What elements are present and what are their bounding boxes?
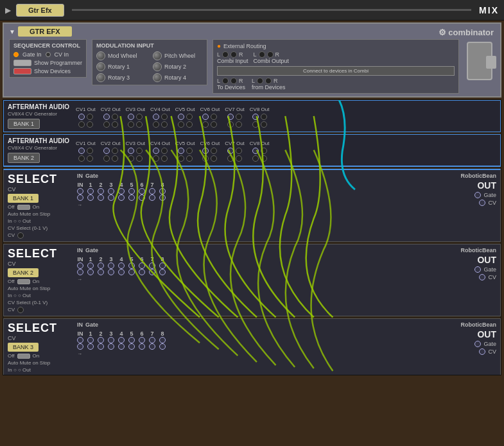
from-dev-r[interactable] <box>265 78 272 84</box>
cvgen2-cv4-port2[interactable] <box>161 148 168 154</box>
cvgen2-cv7-port3[interactable] <box>227 155 234 162</box>
select3-out-cv-port[interactable] <box>479 348 485 355</box>
select3-port4-gate[interactable] <box>118 337 125 343</box>
select3-out-gate-port[interactable] <box>474 341 481 347</box>
select1-port7-cv[interactable] <box>149 194 155 201</box>
cvgen1-cv7-port2[interactable] <box>236 114 242 120</box>
cvgen2-bank[interactable]: BANK 2 <box>8 153 40 163</box>
select2-in-gate[interactable] <box>77 262 83 269</box>
cvgen2-cv5-port3[interactable] <box>178 155 184 162</box>
combi-out-r-port[interactable] <box>267 51 274 58</box>
show-programmer-toggle[interactable] <box>13 60 31 66</box>
select1-port8-cv[interactable] <box>159 194 166 201</box>
select1-out-gate-port[interactable] <box>474 192 481 198</box>
select2-port6-cv[interactable] <box>139 269 145 275</box>
select2-cv-port[interactable] <box>17 307 24 313</box>
cvgen2-cv7-port1[interactable] <box>227 148 234 154</box>
select2-bank[interactable]: BANK 2 <box>8 268 39 277</box>
cvgen2-cv6-port3[interactable] <box>202 155 209 162</box>
from-dev-l[interactable] <box>257 78 263 84</box>
select1-port6-gate[interactable] <box>139 188 145 194</box>
select3-port8-gate[interactable] <box>159 337 166 343</box>
combinator-name[interactable]: GTR EFX <box>18 26 72 37</box>
cvgen2-cv3-port2[interactable] <box>136 148 143 154</box>
select1-in-cv[interactable] <box>77 194 83 201</box>
cvgen2-cv1-port2[interactable] <box>87 148 93 154</box>
to-dev-l[interactable] <box>222 78 229 84</box>
rotary1-knob[interactable] <box>96 62 105 71</box>
select1-toggle[interactable] <box>17 205 30 210</box>
select1-port2-gate[interactable] <box>98 188 104 194</box>
select2-port8-cv[interactable] <box>159 269 166 275</box>
select2-port6-gate[interactable] <box>139 262 145 269</box>
select1-port7-gate[interactable] <box>149 188 155 194</box>
cvgen2-cv5-port1[interactable] <box>178 148 184 154</box>
select1-port5-gate[interactable] <box>128 188 135 194</box>
select2-port2-cv[interactable] <box>98 269 104 275</box>
cvgen1-cv1-port3[interactable] <box>78 121 85 128</box>
select3-port6-gate[interactable] <box>139 337 145 343</box>
select1-in-gate[interactable] <box>77 188 83 194</box>
cvgen1-cv5-port1[interactable] <box>178 114 184 120</box>
cvgen2-cv5-port4[interactable] <box>186 155 193 162</box>
cvgen1-cv2-port1[interactable] <box>103 114 110 120</box>
cvgen1-cv2-port3[interactable] <box>103 121 110 128</box>
combi-in-l-port[interactable] <box>222 51 229 58</box>
select3-port5-cv[interactable] <box>128 343 135 350</box>
combi-in-r-port[interactable] <box>230 51 237 58</box>
select2-port5-gate[interactable] <box>128 262 135 269</box>
select2-port4-gate[interactable] <box>118 262 125 269</box>
cvgen2-cv6-port4[interactable] <box>211 155 217 162</box>
select1-cv-port[interactable] <box>17 232 24 239</box>
cvgen1-cv8-port2[interactable] <box>261 114 267 120</box>
select2-port1-gate[interactable] <box>87 262 94 269</box>
select2-port3-cv[interactable] <box>108 269 114 275</box>
select2-port7-cv[interactable] <box>149 269 155 275</box>
cvgen2-cv1-port1[interactable] <box>78 148 85 154</box>
select1-port3-gate[interactable] <box>108 188 114 194</box>
select1-port1-cv[interactable] <box>87 194 94 201</box>
select1-bank[interactable]: BANK 1 <box>8 194 39 203</box>
cvgen1-cv5-port3[interactable] <box>178 121 184 128</box>
select1-port4-cv[interactable] <box>118 194 125 201</box>
cvgen1-cv1-port4[interactable] <box>87 121 93 128</box>
rotary4-knob[interactable] <box>153 73 162 82</box>
cvgen2-cv4-port1[interactable] <box>153 148 159 154</box>
select2-port4-cv[interactable] <box>118 269 125 275</box>
cvgen1-cv6-port3[interactable] <box>202 121 209 128</box>
cvgen1-cv3-port3[interactable] <box>128 121 134 128</box>
cvgen1-cv1-port2[interactable] <box>87 114 93 120</box>
cvgen1-cv6-port1[interactable] <box>202 114 209 120</box>
select3-port7-gate[interactable] <box>149 337 155 343</box>
cvgen1-cv7-port3[interactable] <box>227 121 234 128</box>
select3-port4-cv[interactable] <box>118 343 125 350</box>
select2-port7-gate[interactable] <box>149 262 155 269</box>
select3-in-gate[interactable] <box>77 337 83 343</box>
select1-port3-cv[interactable] <box>108 194 114 201</box>
cvgen1-cv6-port2[interactable] <box>211 114 217 120</box>
cvgen1-cv4-port4[interactable] <box>161 121 168 128</box>
select3-port2-gate[interactable] <box>98 337 104 343</box>
cvgen2-cv7-port4[interactable] <box>236 155 242 162</box>
select3-port5-gate[interactable] <box>128 337 135 343</box>
cvgen2-cv5-port2[interactable] <box>186 148 193 154</box>
select3-in-cv[interactable] <box>77 343 83 350</box>
cvgen2-cv2-port1[interactable] <box>103 148 110 154</box>
cvgen2-cv8-port4[interactable] <box>261 155 267 162</box>
cvgen2-cv8-port2[interactable] <box>261 148 267 154</box>
select2-port2-gate[interactable] <box>98 262 104 269</box>
cvgen2-cv4-port3[interactable] <box>153 155 159 162</box>
select2-port8-gate[interactable] <box>159 262 166 269</box>
select3-port6-cv[interactable] <box>139 343 145 350</box>
mod-wheel-knob[interactable] <box>96 51 105 60</box>
gtr-efx-tab[interactable]: Gtr Efx <box>16 4 64 17</box>
select2-out-gate-port[interactable] <box>474 266 481 273</box>
select3-toggle[interactable] <box>17 354 30 359</box>
select1-port5-cv[interactable] <box>128 194 135 201</box>
cvgen2-cv4-port4[interactable] <box>161 155 168 162</box>
cvgen1-cv8-port1[interactable] <box>252 114 259 120</box>
cvgen1-cv2-port2[interactable] <box>112 114 118 120</box>
pitch-wheel-knob[interactable] <box>153 51 162 60</box>
cvgen2-cv2-port4[interactable] <box>112 155 118 162</box>
cvgen1-cv8-port3[interactable] <box>252 121 259 128</box>
